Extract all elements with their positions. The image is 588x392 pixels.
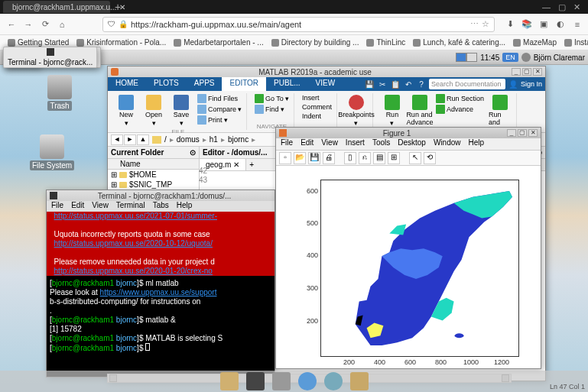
indent-button[interactable]: Indent bbox=[300, 112, 333, 121]
bookmark-item[interactable]: Directory by building ... bbox=[268, 37, 362, 47]
copy-icon[interactable]: 📋 bbox=[390, 79, 401, 89]
tab-editor[interactable]: EDITOR bbox=[222, 77, 266, 91]
goto-button[interactable]: Go To ▾ bbox=[253, 93, 291, 104]
insert-button[interactable]: Insert bbox=[300, 93, 333, 102]
window-close-icon[interactable]: ✕ bbox=[573, 2, 580, 12]
menu-view[interactable]: View bbox=[321, 138, 338, 150]
bookmark-item[interactable]: ThinLinc bbox=[363, 37, 408, 47]
address-bar[interactable]: 🛡 🔒 https://rackham-gui.uppmax.uu.se/mai… bbox=[102, 17, 495, 32]
signin-label[interactable]: Sign In bbox=[521, 80, 542, 88]
workspace-switcher[interactable] bbox=[456, 53, 477, 62]
open-button[interactable]: Open▾ bbox=[141, 93, 167, 128]
menu-file[interactable]: File bbox=[281, 138, 293, 150]
maximize-button[interactable]: ▢ bbox=[522, 68, 531, 76]
minimize-button[interactable]: _ bbox=[512, 68, 521, 76]
minimize-button[interactable]: _ bbox=[507, 129, 516, 137]
tab-view[interactable]: VIEW bbox=[308, 77, 343, 91]
print-icon[interactable]: 🖨 bbox=[323, 152, 335, 164]
bookmark-item[interactable]: Lunch, kafé & catering... bbox=[410, 37, 508, 47]
open-icon[interactable]: 📂 bbox=[294, 152, 306, 164]
bookmark-star-icon[interactable]: ☆ bbox=[482, 19, 489, 29]
page-actions-icon[interactable]: ⋯ bbox=[470, 19, 479, 29]
dock-search-icon[interactable] bbox=[324, 372, 343, 390]
find-files-button[interactable]: Find Files bbox=[196, 93, 243, 104]
matlab-titlebar[interactable]: MATLAB R2019a - academic use _ ▢ ✕ bbox=[108, 66, 545, 77]
path-up-button[interactable]: ▲ bbox=[137, 134, 149, 145]
dock-folder-icon[interactable] bbox=[350, 372, 369, 390]
save-icon[interactable]: 💾 bbox=[308, 152, 320, 164]
menu-insert[interactable]: Insert bbox=[346, 138, 365, 150]
menu-icon[interactable]: ≡ bbox=[571, 18, 583, 31]
new-tab-button[interactable]: + bbox=[115, 1, 121, 13]
figure-titlebar[interactable]: Figure 1 _ ▢ ✕ bbox=[276, 128, 541, 138]
tab-plots[interactable]: PLOTS bbox=[146, 77, 187, 91]
bookmark-item[interactable]: MazeMap bbox=[510, 37, 560, 47]
signin-icon[interactable]: 👤 bbox=[508, 79, 518, 89]
edit-plot-icon[interactable]: ▯ bbox=[344, 152, 356, 164]
undo-icon[interactable]: ↶ bbox=[403, 79, 414, 89]
save-button[interactable]: Save▾ bbox=[168, 93, 194, 128]
dock-files-icon[interactable] bbox=[220, 372, 239, 390]
tab-apps[interactable]: APPS bbox=[187, 77, 223, 91]
dock-editor-icon[interactable] bbox=[272, 372, 291, 390]
menu-help[interactable]: Help bbox=[177, 201, 193, 212]
bookmark-item[interactable]: Medarbetarportalen - ... bbox=[171, 37, 267, 47]
figure-canvas[interactable]: 600 500 400 300 200 200 400 600 800 1000… bbox=[276, 166, 541, 368]
colorbar-icon[interactable]: ▤ bbox=[373, 152, 385, 164]
folder-item[interactable]: ⊞$SNIC_TMP bbox=[108, 180, 199, 190]
desktop-filesystem[interactable]: File System bbox=[29, 134, 75, 170]
advance-button[interactable]: Advance bbox=[434, 104, 486, 115]
save-icon[interactable]: 💾 bbox=[364, 79, 375, 89]
menu-terminal[interactable]: Terminal bbox=[116, 201, 145, 212]
search-docs[interactable]: Search Documentation bbox=[429, 79, 505, 89]
print-button[interactable]: Print ▾ bbox=[196, 115, 243, 125]
folder-item[interactable]: ⊞$HOME bbox=[108, 170, 199, 180]
legend-icon[interactable]: ⊞ bbox=[388, 152, 400, 164]
tab-publish[interactable]: PUBL... bbox=[266, 77, 307, 91]
menu-desktop[interactable]: Desktop bbox=[398, 138, 426, 150]
menu-edit[interactable]: Edit bbox=[300, 138, 313, 150]
path-fwd-button[interactable]: ► bbox=[124, 134, 136, 145]
downloads-icon[interactable]: ⬇ bbox=[504, 18, 516, 31]
reload-button[interactable]: ⟳ bbox=[38, 18, 52, 31]
cut-icon[interactable]: ✂ bbox=[377, 79, 388, 89]
close-button[interactable]: ✕ bbox=[533, 68, 542, 76]
taskbar-window-terminal[interactable]: Terminal - bjornc@rack... bbox=[3, 47, 97, 68]
language-indicator[interactable]: EN bbox=[502, 53, 518, 62]
dock-terminal-icon[interactable] bbox=[246, 372, 265, 390]
menu-tools[interactable]: Tools bbox=[372, 138, 390, 150]
rotate-icon[interactable]: ⟲ bbox=[424, 152, 436, 164]
link-plot-icon[interactable]: ⎌ bbox=[359, 152, 371, 164]
library-icon[interactable]: 📚 bbox=[521, 18, 533, 31]
path-back-button[interactable]: ◄ bbox=[111, 134, 123, 145]
account-icon[interactable]: ◐ bbox=[554, 18, 567, 31]
menu-tabs[interactable]: Tabs bbox=[153, 201, 169, 212]
browser-tab[interactable]: bjornc@rackham1.uppmax.u... ✕ bbox=[3, 1, 110, 13]
sidebar-icon[interactable]: ▣ bbox=[538, 18, 550, 31]
panel-menu-icon[interactable]: ⊙ bbox=[190, 148, 196, 157]
user-avatar-icon[interactable] bbox=[521, 53, 531, 62]
forward-button[interactable]: → bbox=[21, 18, 35, 31]
bookmark-item[interactable]: Installed Software - U... bbox=[561, 37, 588, 47]
comment-button[interactable]: Comment bbox=[300, 102, 333, 112]
menu-view[interactable]: View bbox=[92, 201, 109, 212]
compare-button[interactable]: Compare ▾ bbox=[196, 104, 243, 115]
find-button[interactable]: Find ▾ bbox=[253, 104, 291, 115]
menu-edit[interactable]: Edit bbox=[71, 201, 84, 212]
dock-browser-icon[interactable] bbox=[298, 372, 317, 390]
home-button[interactable]: ⌂ bbox=[55, 18, 69, 31]
window-minimize-icon[interactable]: — bbox=[542, 2, 551, 12]
close-button[interactable]: ✕ bbox=[528, 129, 538, 137]
terminal-output[interactable]: http://status.uppmax.uu.se/2021-07-01/su… bbox=[47, 212, 275, 377]
help-icon[interactable]: ? bbox=[416, 79, 427, 89]
cursor-icon[interactable]: ↖ bbox=[409, 152, 421, 164]
breakpoints-button[interactable]: Breakpoints▾ bbox=[343, 93, 369, 128]
back-button[interactable]: ← bbox=[5, 18, 18, 31]
window-maximize-icon[interactable]: ▢ bbox=[558, 2, 566, 12]
tab-home[interactable]: HOME bbox=[108, 77, 146, 91]
menu-file[interactable]: File bbox=[51, 201, 63, 212]
column-name[interactable]: Name bbox=[120, 160, 141, 168]
desktop-trash[interactable]: Trash bbox=[37, 75, 83, 111]
terminal-titlebar[interactable]: Terminal - bjornc@rackham1:/domus/... bbox=[47, 190, 275, 201]
run-section-button[interactable]: Run Section bbox=[434, 93, 486, 104]
